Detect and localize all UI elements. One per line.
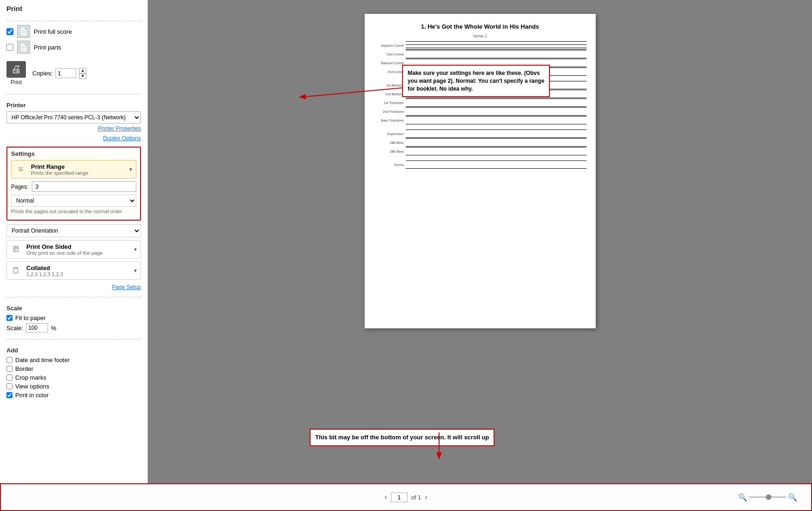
stave-row: Bass Trombone (374, 116, 586, 124)
fit-to-paper-label: Fit to paper (15, 314, 46, 321)
border-label: Border (15, 365, 33, 372)
pages-row: Pages: (11, 181, 136, 192)
printer-icon: 🖨 (6, 61, 26, 78)
annotation-2-text: This bit may be off the bottom of your s… (315, 434, 489, 441)
page-setup-row: Page Setup (6, 283, 141, 290)
copies-input[interactable] (55, 68, 76, 78)
normal-dropdown[interactable]: Normal (11, 195, 136, 207)
sheet-paper: 1. He's Got the Whole World in His Hands… (365, 14, 596, 328)
copies-label: Copies: (32, 70, 53, 77)
copies-area: Copies: ▲ ▼ (32, 68, 86, 79)
duplex-options-row: Duplex Options (6, 135, 141, 142)
annotation-box-1: Make sure your settings here are like th… (402, 65, 550, 97)
stave-row: 2Bb Bass (374, 147, 586, 155)
zoom-track[interactable] (749, 496, 786, 498)
print-range-icon: ≡ (14, 163, 27, 176)
stave-row: Euphonium (374, 129, 586, 138)
print-in-color-label: Print in color (15, 392, 49, 399)
print-in-color-checkbox[interactable] (6, 392, 12, 398)
annotation-1-text: Make sure your settings here are like th… (408, 70, 544, 92)
print-range-desc: Prints the specified range (31, 170, 88, 176)
print-full-score-row: 📄 Print full score (6, 25, 141, 38)
print-one-sided-item[interactable]: 🖹 Print One Sided Only print on one side… (6, 240, 141, 259)
copies-spinner: ▲ ▼ (79, 68, 86, 79)
collated-desc: 1,2,3 1,2,3 1,2,3 (26, 271, 63, 277)
crop-marks-label: Crop marks (15, 374, 46, 381)
stave-row: 1st Trombone (374, 99, 586, 107)
zoom-bar: 🔍 🔍 (738, 493, 797, 502)
stave-row: 1Bb Bass (374, 138, 586, 147)
view-options-checkbox[interactable] (6, 383, 12, 389)
print-button-label: Print (11, 79, 22, 86)
preview-area: 1. He's Got the Whole World in His Hands… (148, 0, 812, 483)
pages-input[interactable] (32, 181, 136, 192)
page-setup-link[interactable]: Page Setup (112, 284, 141, 290)
view-options-label: View options (15, 383, 49, 390)
printer-properties-row: Printer Properties (6, 125, 141, 132)
bottom-bar: ‹ of 1 › 🔍 🔍 (0, 483, 812, 511)
fit-to-paper-row: Fit to paper (6, 314, 141, 321)
full-score-icon: 📄 (17, 25, 30, 38)
stave-row: 2nd Trombone (374, 107, 586, 116)
stave-row: Solo Cornet (374, 50, 586, 58)
settings-label: Settings (11, 150, 136, 157)
zoom-thumb (766, 494, 771, 500)
page-nav: ‹ of 1 › (385, 493, 427, 502)
one-sided-desc: Only print on one side of the page (26, 250, 103, 256)
settings-box: Settings ≡ Print Range Prints the specif… (6, 147, 141, 221)
page-number-input[interactable] (391, 493, 408, 502)
print-full-score-label: Print full score (34, 28, 72, 35)
collated-title: Collated (26, 265, 63, 271)
date-time-row: Date and time footer (6, 357, 141, 363)
collated-item[interactable]: 🗒 Collated 1,2,3 1,2,3 1,2,3 ▼ (6, 261, 141, 280)
normal-desc: Prints the pages out unscaled in the nor… (11, 209, 136, 214)
border-row: Border (6, 365, 141, 372)
date-time-checkbox[interactable] (6, 357, 12, 363)
print-parts-checkbox[interactable] (6, 44, 13, 51)
duplex-options-link[interactable]: Duplex Options (103, 135, 141, 142)
music-staves: Soprano Cornet Solo Cornet Baritone Corn… (374, 41, 586, 169)
pages-label: Pages: (11, 184, 28, 190)
parts-icon: 📄 (17, 41, 30, 54)
printer-section-label: Printer (6, 102, 141, 109)
one-sided-title: Print One Sided (26, 243, 103, 250)
print-button-area: 🖨 Print Copies: ▲ ▼ (6, 61, 141, 86)
collated-icon: 🗒 (10, 264, 23, 277)
scale-section-label: Scale (6, 305, 141, 312)
print-range-item[interactable]: ≡ Print Range Prints the specified range… (11, 160, 136, 179)
scale-row: Scale: % (6, 323, 141, 332)
copies-up[interactable]: ▲ (79, 68, 86, 74)
left-panel: Print 📄 Print full score 📄 Print parts 🖨… (0, 0, 148, 483)
print-full-score-checkbox[interactable] (6, 28, 13, 35)
fit-to-paper-checkbox[interactable] (6, 315, 12, 321)
print-parts-row: 📄 Print parts (6, 41, 141, 54)
of-text: of 1 (411, 494, 421, 501)
print-in-color-row: Print in color (6, 392, 141, 399)
print-parts-label: Print parts (34, 44, 61, 51)
add-section-label: Add (6, 347, 141, 354)
zoom-out-icon[interactable]: 🔍 (738, 493, 747, 502)
stave-row: Soprano Cornet (374, 41, 586, 49)
scale-label: Scale: (6, 325, 23, 332)
printer-properties-link[interactable]: Printer Properties (98, 125, 141, 132)
stave-row: Drums (374, 160, 586, 169)
view-options-row: View options (6, 383, 141, 390)
print-range-title: Print Range (31, 163, 88, 170)
crop-marks-checkbox[interactable] (6, 375, 12, 381)
next-page-button[interactable]: › (425, 493, 427, 501)
zoom-in-icon[interactable]: 🔍 (788, 493, 797, 502)
copies-down[interactable]: ▼ (79, 74, 86, 79)
verse-label: Verse 1 (374, 34, 586, 38)
print-button[interactable]: 🖨 Print (6, 61, 26, 86)
portrait-dropdown[interactable]: Portrait Orientation (6, 224, 141, 237)
date-time-label: Date and time footer (15, 357, 70, 363)
printer-select[interactable]: HP OfficeJet Pro 7740 series PCL-3 (Netw… (6, 111, 141, 123)
one-sided-icon: 🖹 (10, 243, 23, 256)
annotation-box-2: This bit may be off the bottom of your s… (310, 429, 495, 446)
panel-title: Print (6, 5, 141, 12)
border-checkbox[interactable] (6, 366, 12, 372)
scale-pct: % (51, 325, 56, 332)
scale-input[interactable] (26, 323, 48, 332)
sheet-title: 1. He's Got the Whole World in His Hands (374, 23, 586, 30)
prev-page-button[interactable]: ‹ (385, 493, 387, 501)
